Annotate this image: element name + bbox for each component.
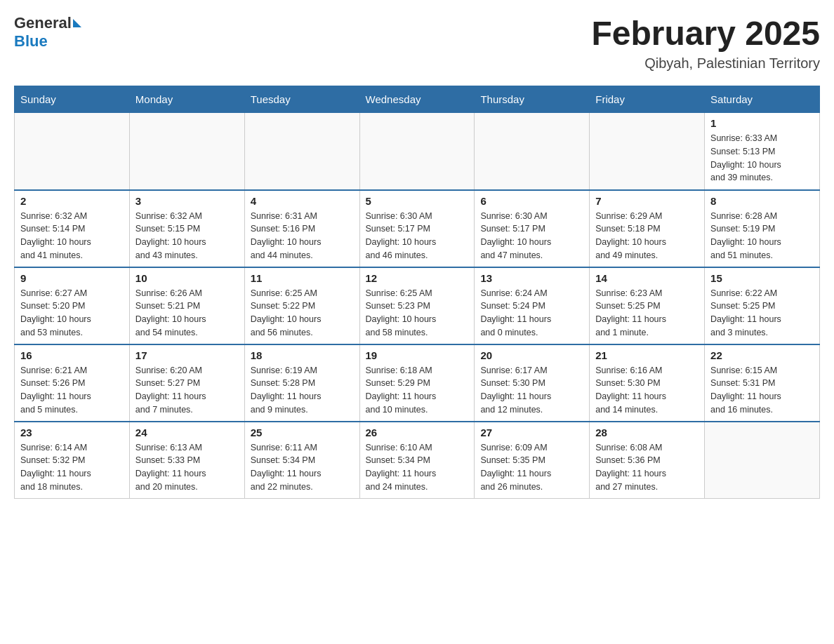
- calendar-week-row: 9Sunrise: 6:27 AM Sunset: 5:20 PM Daylig…: [15, 267, 820, 344]
- day-number: 8: [710, 195, 814, 207]
- day-info: Sunrise: 6:16 AM Sunset: 5:30 PM Dayligh…: [595, 364, 699, 417]
- calendar-cell: 14Sunrise: 6:23 AM Sunset: 5:25 PM Dayli…: [590, 267, 705, 344]
- weekday-header-friday: Friday: [590, 86, 705, 113]
- day-number: 27: [480, 427, 583, 438]
- day-number: 2: [20, 195, 124, 207]
- day-info: Sunrise: 6:23 AM Sunset: 5:25 PM Dayligh…: [595, 287, 699, 340]
- day-info: Sunrise: 6:10 AM Sunset: 5:34 PM Dayligh…: [366, 441, 469, 494]
- calendar-cell: 20Sunrise: 6:17 AM Sunset: 5:30 PM Dayli…: [475, 344, 590, 422]
- day-info: Sunrise: 6:08 AM Sunset: 5:36 PM Dayligh…: [595, 441, 699, 494]
- calendar-cell: 21Sunrise: 6:16 AM Sunset: 5:30 PM Dayli…: [590, 344, 705, 422]
- day-info: Sunrise: 6:25 AM Sunset: 5:22 PM Dayligh…: [251, 287, 354, 340]
- day-info: Sunrise: 6:24 AM Sunset: 5:24 PM Dayligh…: [480, 287, 583, 340]
- day-number: 25: [251, 427, 354, 438]
- day-number: 7: [595, 195, 699, 207]
- calendar-cell: [475, 113, 590, 190]
- day-info: Sunrise: 6:21 AM Sunset: 5:26 PM Dayligh…: [20, 364, 124, 417]
- day-number: 15: [710, 272, 814, 284]
- day-number: 10: [135, 272, 239, 284]
- day-number: 16: [20, 349, 124, 361]
- day-info: Sunrise: 6:32 AM Sunset: 5:15 PM Dayligh…: [135, 210, 239, 262]
- day-info: Sunrise: 6:25 AM Sunset: 5:23 PM Dayligh…: [366, 287, 469, 340]
- day-info: Sunrise: 6:26 AM Sunset: 5:21 PM Dayligh…: [135, 287, 239, 340]
- calendar-week-row: 23Sunrise: 6:14 AM Sunset: 5:32 PM Dayli…: [15, 422, 820, 499]
- day-info: Sunrise: 6:11 AM Sunset: 5:34 PM Dayligh…: [251, 441, 354, 494]
- location-title: Qibyah, Palestinian Territory: [591, 55, 820, 72]
- weekday-header-row: SundayMondayTuesdayWednesdayThursdayFrid…: [15, 86, 820, 113]
- calendar-week-row: 2Sunrise: 6:32 AM Sunset: 5:14 PM Daylig…: [15, 190, 820, 267]
- day-info: Sunrise: 6:29 AM Sunset: 5:18 PM Dayligh…: [595, 210, 699, 262]
- calendar-cell: 15Sunrise: 6:22 AM Sunset: 5:25 PM Dayli…: [705, 267, 820, 344]
- day-number: 14: [595, 272, 699, 284]
- day-number: 3: [135, 195, 239, 207]
- calendar-cell: 3Sunrise: 6:32 AM Sunset: 5:15 PM Daylig…: [129, 190, 244, 267]
- weekday-header-wednesday: Wednesday: [359, 86, 475, 113]
- day-number: 9: [20, 272, 124, 284]
- day-number: 12: [366, 272, 469, 284]
- day-info: Sunrise: 6:14 AM Sunset: 5:32 PM Dayligh…: [20, 441, 124, 494]
- day-info: Sunrise: 6:30 AM Sunset: 5:17 PM Dayligh…: [480, 210, 583, 262]
- calendar-cell: 17Sunrise: 6:20 AM Sunset: 5:27 PM Dayli…: [129, 344, 244, 422]
- day-info: Sunrise: 6:22 AM Sunset: 5:25 PM Dayligh…: [710, 287, 814, 340]
- day-number: 6: [480, 195, 583, 207]
- title-block: February 2025 Qibyah, Palestinian Territ…: [591, 14, 820, 72]
- calendar-cell: 27Sunrise: 6:09 AM Sunset: 5:35 PM Dayli…: [475, 422, 590, 499]
- month-title: February 2025: [591, 14, 820, 53]
- day-info: Sunrise: 6:18 AM Sunset: 5:29 PM Dayligh…: [366, 364, 469, 417]
- day-info: Sunrise: 6:13 AM Sunset: 5:33 PM Dayligh…: [135, 441, 239, 494]
- page-header: General Blue February 2025 Qibyah, Pales…: [14, 14, 820, 72]
- calendar-cell: [705, 422, 820, 499]
- calendar-cell: 13Sunrise: 6:24 AM Sunset: 5:24 PM Dayli…: [475, 267, 590, 344]
- calendar-cell: 9Sunrise: 6:27 AM Sunset: 5:20 PM Daylig…: [15, 267, 130, 344]
- day-info: Sunrise: 6:32 AM Sunset: 5:14 PM Dayligh…: [20, 210, 124, 262]
- day-number: 24: [135, 427, 239, 438]
- logo-blue-text: Blue: [14, 32, 48, 50]
- calendar-cell: [129, 113, 244, 190]
- calendar-cell: 22Sunrise: 6:15 AM Sunset: 5:31 PM Dayli…: [705, 344, 820, 422]
- day-info: Sunrise: 6:15 AM Sunset: 5:31 PM Dayligh…: [710, 364, 814, 417]
- day-number: 26: [366, 427, 469, 438]
- day-number: 28: [595, 427, 699, 438]
- calendar-cell: 19Sunrise: 6:18 AM Sunset: 5:29 PM Dayli…: [359, 344, 475, 422]
- day-info: Sunrise: 6:17 AM Sunset: 5:30 PM Dayligh…: [480, 364, 583, 417]
- logo-general-text: General: [14, 14, 72, 32]
- calendar-cell: 8Sunrise: 6:28 AM Sunset: 5:19 PM Daylig…: [705, 190, 820, 267]
- logo-arrow-icon: [73, 19, 81, 27]
- calendar-cell: 18Sunrise: 6:19 AM Sunset: 5:28 PM Dayli…: [244, 344, 359, 422]
- day-info: Sunrise: 6:27 AM Sunset: 5:20 PM Dayligh…: [20, 287, 124, 340]
- day-number: 1: [710, 117, 814, 129]
- calendar-cell: 2Sunrise: 6:32 AM Sunset: 5:14 PM Daylig…: [15, 190, 130, 267]
- day-info: Sunrise: 6:33 AM Sunset: 5:13 PM Dayligh…: [710, 132, 814, 185]
- calendar-cell: 7Sunrise: 6:29 AM Sunset: 5:18 PM Daylig…: [590, 190, 705, 267]
- calendar-cell: 6Sunrise: 6:30 AM Sunset: 5:17 PM Daylig…: [475, 190, 590, 267]
- calendar-cell: 4Sunrise: 6:31 AM Sunset: 5:16 PM Daylig…: [244, 190, 359, 267]
- day-number: 20: [480, 349, 583, 361]
- calendar-cell: 24Sunrise: 6:13 AM Sunset: 5:33 PM Dayli…: [129, 422, 244, 499]
- day-info: Sunrise: 6:09 AM Sunset: 5:35 PM Dayligh…: [480, 441, 583, 494]
- weekday-header-tuesday: Tuesday: [244, 86, 359, 113]
- day-number: 18: [251, 349, 354, 361]
- calendar-cell: 26Sunrise: 6:10 AM Sunset: 5:34 PM Dayli…: [359, 422, 475, 499]
- day-info: Sunrise: 6:20 AM Sunset: 5:27 PM Dayligh…: [135, 364, 239, 417]
- day-number: 23: [20, 427, 124, 438]
- calendar-cell: 5Sunrise: 6:30 AM Sunset: 5:17 PM Daylig…: [359, 190, 475, 267]
- day-number: 22: [710, 349, 814, 361]
- calendar-cell: [244, 113, 359, 190]
- calendar-table: SundayMondayTuesdayWednesdayThursdayFrid…: [14, 86, 820, 499]
- weekday-header-thursday: Thursday: [475, 86, 590, 113]
- calendar-cell: 25Sunrise: 6:11 AM Sunset: 5:34 PM Dayli…: [244, 422, 359, 499]
- calendar-cell: 28Sunrise: 6:08 AM Sunset: 5:36 PM Dayli…: [590, 422, 705, 499]
- weekday-header-monday: Monday: [129, 86, 244, 113]
- calendar-cell: 16Sunrise: 6:21 AM Sunset: 5:26 PM Dayli…: [15, 344, 130, 422]
- weekday-header-saturday: Saturday: [705, 86, 820, 113]
- logo: General Blue: [14, 14, 81, 51]
- calendar-cell: 10Sunrise: 6:26 AM Sunset: 5:21 PM Dayli…: [129, 267, 244, 344]
- calendar-cell: 23Sunrise: 6:14 AM Sunset: 5:32 PM Dayli…: [15, 422, 130, 499]
- weekday-header-sunday: Sunday: [15, 86, 130, 113]
- calendar-cell: [359, 113, 475, 190]
- calendar-week-row: 1Sunrise: 6:33 AM Sunset: 5:13 PM Daylig…: [15, 113, 820, 190]
- calendar-cell: [15, 113, 130, 190]
- day-number: 17: [135, 349, 239, 361]
- calendar-cell: 12Sunrise: 6:25 AM Sunset: 5:23 PM Dayli…: [359, 267, 475, 344]
- day-number: 4: [251, 195, 354, 207]
